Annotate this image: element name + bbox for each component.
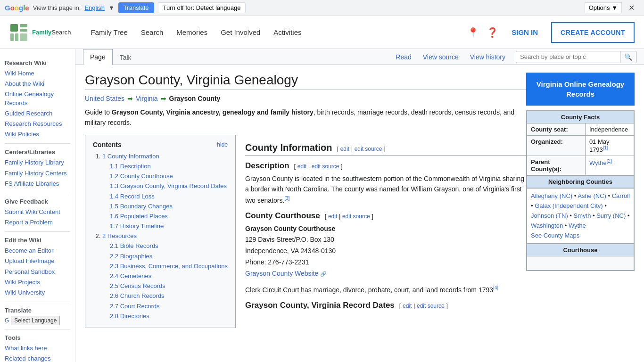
neighbor-washington[interactable]: Washington — [531, 222, 563, 229]
translate-button[interactable]: Translate — [118, 2, 154, 13]
description-edit-source-link[interactable]: edit source — [312, 163, 339, 170]
turnoff-button[interactable]: Turn off for: Detect language — [158, 2, 246, 13]
tab-page[interactable]: Page — [83, 49, 113, 65]
toc-link-1-6[interactable]: 1.6 Populated Places — [110, 213, 168, 220]
search-input[interactable] — [516, 51, 620, 62]
close-button[interactable]: ✕ — [624, 2, 639, 14]
toc-link-1-3[interactable]: 1.3 Grayson County, Virginia Record Date… — [110, 182, 227, 189]
sidebar-item-what-links-here[interactable]: What links here — [5, 343, 70, 354]
neighbor-smyth[interactable]: Smyth — [574, 212, 591, 219]
sidebar-item-online-records[interactable]: Online Genealogy Records — [5, 89, 70, 108]
toc-link-2-4[interactable]: 2.4 Cemeteries — [110, 272, 151, 280]
logo-link[interactable]: FamilySearch — [9, 23, 71, 42]
list-item: 2.3 Business, Commerce, and Occupations — [110, 262, 228, 271]
list-item: 1.3 Grayson County, Virginia Record Date… — [110, 182, 228, 190]
county-facts-inner-table: County Facts County seat: Independence O… — [527, 111, 634, 175]
tab-view-history[interactable]: View history — [465, 49, 510, 65]
list-item: 1 County Information 1.1 Description 1.2… — [102, 152, 228, 231]
toc-link-1-5[interactable]: 1.5 Boundary Changes — [110, 203, 173, 210]
sidebar-item-family-history-centers[interactable]: Family History Centers — [5, 168, 70, 179]
neighbor-ashe-nc[interactable]: Ashe (NC) — [578, 192, 606, 199]
sidebar-item-family-history-library[interactable]: Family History Library — [5, 157, 70, 168]
search-button[interactable]: 🔍 — [620, 51, 636, 63]
breadcrumb: United States ➡ Virginia ➡ Grayson Count… — [85, 95, 526, 102]
list-item: 2.6 Church Records — [110, 292, 228, 300]
feedback-title: Give Feedback — [5, 198, 70, 205]
courthouse-edit-source-link[interactable]: edit source — [342, 213, 370, 220]
county-info-edit-source-link[interactable]: edit source — [355, 146, 382, 152]
sidebar: Research Wiki Wiki Home About the Wiki O… — [0, 49, 75, 362]
neighbor-surry-nc[interactable]: Surry (NC) — [596, 212, 626, 219]
nav-family-tree[interactable]: Family Tree — [85, 26, 133, 38]
toc-link-2-2[interactable]: 2.2 Biographies — [110, 253, 152, 260]
toc-link-1-2[interactable]: 1.2 County Courthouse — [110, 173, 173, 180]
create-account-button[interactable]: CREATE ACCOUNT — [551, 22, 635, 43]
toc-hide-link[interactable]: hide — [217, 141, 228, 148]
nav-get-involved[interactable]: Get Involved — [215, 26, 266, 38]
sidebar-item-submit-wiki[interactable]: Submit Wiki Content — [5, 207, 70, 217]
select-language-button[interactable]: Select Language — [11, 316, 60, 325]
tab-talk[interactable]: Talk — [113, 49, 139, 65]
sidebar-item-wiki-projects[interactable]: Wiki Projects — [5, 277, 70, 288]
toc-link-2-7[interactable]: 2.7 Court Records — [110, 303, 160, 310]
sidebar-item-personal-sandbox[interactable]: Personal Sandbox — [5, 267, 70, 277]
sidebar-item-become-editor[interactable]: Become an Editor — [5, 246, 70, 256]
language-selector-row: G Select Language — [5, 316, 70, 325]
sidebar-item-wiki-policies[interactable]: Wiki Policies — [5, 129, 70, 140]
neighbor-alleghany-nc[interactable]: Alleghany (NC) — [531, 192, 572, 199]
sidebar-item-fs-affiliate[interactable]: FS Affiliate Libraries — [5, 179, 70, 189]
parent-county-link[interactable]: Wythe — [589, 160, 607, 167]
sidebar-item-about-wiki[interactable]: About the Wiki — [5, 79, 70, 89]
nav-memories[interactable]: Memories — [171, 26, 213, 38]
toc-link-2-1[interactable]: 2.1 Bible Records — [110, 242, 158, 249]
courthouse-website-link[interactable]: Grayson County Website — [245, 270, 318, 277]
breadcrumb-us[interactable]: United States — [85, 95, 124, 102]
wiki-content: Grayson County, Virginia Genealogy Unite… — [85, 73, 526, 336]
breadcrumb-virginia[interactable]: Virginia — [136, 95, 157, 102]
see-county-maps-link[interactable]: See County Maps — [531, 232, 579, 239]
familysearch-logo-icon — [9, 23, 28, 42]
neighbor-johnson-tn[interactable]: Johnson (TN) — [531, 212, 568, 219]
breadcrumb-current: Grayson County — [169, 95, 221, 102]
neighbor-galax[interactable]: Galax (Independent City) — [535, 202, 603, 209]
neighbor-wythe[interactable]: Wythe — [569, 222, 586, 229]
toc-link-1-4[interactable]: 1.4 Record Loss — [110, 193, 155, 200]
sidebar-item-wiki-home[interactable]: Wiki Home — [5, 68, 70, 79]
nav-activities[interactable]: Activities — [268, 26, 307, 38]
list-item: 1.1 Description — [110, 162, 228, 171]
virginia-online-records-button[interactable]: Virginia Online Genealogy Records — [526, 73, 635, 106]
list-item: 1.2 County Courthouse — [110, 172, 228, 181]
tab-read[interactable]: Read — [391, 49, 416, 65]
toc-link-2[interactable]: 2 Resources — [102, 232, 137, 239]
record-dates-edit-link[interactable]: edit — [403, 303, 412, 309]
sign-in-button[interactable]: SIGN IN — [506, 25, 544, 39]
sidebar-item-wiki-university[interactable]: Wiki University — [5, 288, 70, 298]
nav-search[interactable]: Search — [135, 26, 169, 38]
toc-link-1-7[interactable]: 1.7 History Timeline — [110, 222, 164, 230]
sidebar-item-research-resources[interactable]: Research Resources — [5, 119, 70, 129]
description-edit-link[interactable]: edit — [297, 163, 306, 170]
sidebar-item-related-changes[interactable]: Related changes — [5, 354, 70, 362]
toc-link-1[interactable]: 1 County Information — [102, 153, 159, 160]
county-seat-value: Independence — [585, 123, 634, 136]
help-icon[interactable]: ❓ — [487, 27, 498, 38]
svg-rect-3 — [10, 33, 14, 41]
toc-link-2-8[interactable]: 2.8 Directories — [110, 313, 149, 320]
sidebar-item-upload-file[interactable]: Upload File/Image — [5, 256, 70, 266]
options-button[interactable]: Options ▼ — [585, 2, 622, 13]
svg-rect-4 — [15, 33, 18, 41]
toc-link-1-1[interactable]: 1.1 Description — [110, 163, 151, 170]
language-link[interactable]: English — [84, 4, 105, 11]
sidebar-item-report-problem[interactable]: Report a Problem — [5, 217, 70, 228]
sidebar-item-guided-research[interactable]: Guided Research — [5, 108, 70, 119]
location-icon[interactable]: 📍 — [467, 27, 479, 38]
neighbor-carroll[interactable]: Carroll — [612, 192, 630, 199]
county-info-edit-link[interactable]: edit — [340, 146, 349, 152]
page-title: Grayson County, Virginia Genealogy — [85, 73, 526, 90]
record-dates-edit-source-link[interactable]: edit source — [417, 303, 445, 309]
toc-link-2-6[interactable]: 2.6 Church Records — [110, 292, 165, 299]
tab-view-source[interactable]: View source — [418, 49, 463, 65]
courthouse-edit-link[interactable]: edit — [328, 213, 337, 220]
toc-link-2-3[interactable]: 2.3 Business, Commerce, and Occupations — [110, 263, 228, 270]
toc-link-2-5[interactable]: 2.5 Census Records — [110, 282, 165, 289]
